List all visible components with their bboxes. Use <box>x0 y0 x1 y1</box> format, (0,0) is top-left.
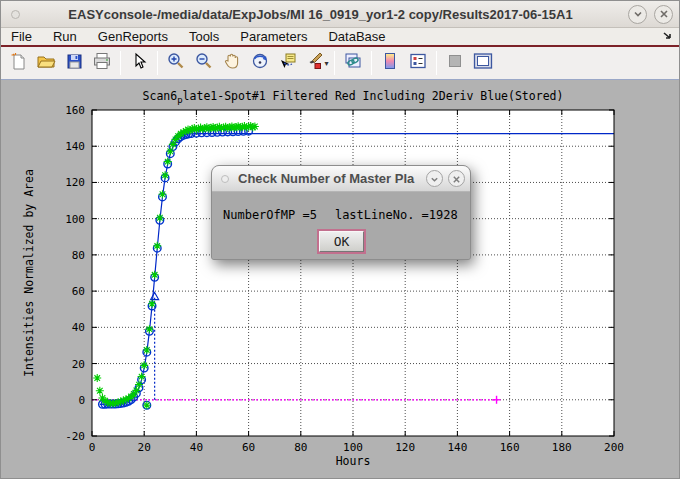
link-plots-icon <box>343 51 363 75</box>
brush-icon <box>304 51 324 75</box>
svg-text:160: 160 <box>65 104 85 117</box>
dialog-titlebar[interactable]: Check Number of Master Pla <box>212 166 470 192</box>
svg-text:120: 120 <box>65 176 85 189</box>
new-file-button[interactable] <box>5 50 31 76</box>
dialog-body: NumberOfMP =5lastLineNo. =1928 OK <box>212 192 470 260</box>
pointer-icon <box>130 52 148 74</box>
close-icon <box>452 170 461 188</box>
window-menu-icon[interactable] <box>11 10 20 19</box>
plot-canvas-button[interactable] <box>470 50 496 76</box>
new-file-icon <box>9 52 28 75</box>
link-plots-button[interactable] <box>340 50 366 76</box>
svg-text:40: 40 <box>190 441 203 454</box>
svg-text:60: 60 <box>72 285 85 298</box>
menu-database[interactable]: DataBase <box>328 29 385 44</box>
save-icon <box>65 52 84 75</box>
dialog-close-button[interactable] <box>448 170 465 187</box>
menu-genreports[interactable]: GenReports <box>98 29 168 44</box>
colormap-icon <box>381 51 399 75</box>
plot-canvas-icon <box>472 51 494 75</box>
chevron-down-icon <box>430 170 439 188</box>
figure-area: 020406080100120140160180200-200204060801… <box>1 80 679 478</box>
window-titlebar[interactable]: EASYconsole-/media/data/ExpJobs/MI 16_09… <box>1 1 679 28</box>
svg-text:160: 160 <box>500 441 520 454</box>
zoom-out-tool-button[interactable] <box>191 50 217 76</box>
svg-text:100: 100 <box>343 441 363 454</box>
insert-legend-button[interactable] <box>405 50 431 76</box>
toolbar-separator <box>120 51 121 75</box>
svg-text:60: 60 <box>242 441 255 454</box>
chart-title: Scan6plate1-Spot#1 Filtered Red Includin… <box>92 89 614 105</box>
dialog-minimize-button[interactable] <box>426 170 443 187</box>
insert-legend-icon <box>408 51 428 75</box>
colormap-button[interactable] <box>377 50 403 76</box>
menu-parameters[interactable]: Parameters <box>240 29 307 44</box>
svg-text:-20: -20 <box>65 430 85 443</box>
chart-canvas[interactable]: 020406080100120140160180200-200204060801… <box>1 80 679 478</box>
datatip-tool-button[interactable] <box>275 50 301 76</box>
app-window: EASYconsole-/media/data/ExpJobs/MI 16_09… <box>0 0 680 479</box>
print-button[interactable] <box>89 50 115 76</box>
window-close-button[interactable] <box>654 5 673 24</box>
brush-dropdown-caret[interactable]: ▾ <box>325 59 329 68</box>
window-title: EASYconsole-/media/data/ExpJobs/MI 16_09… <box>20 7 621 22</box>
menu-run[interactable]: Run <box>53 29 77 44</box>
svg-text:0: 0 <box>78 394 85 407</box>
rotate-3d-icon <box>250 51 270 75</box>
brush-tool-button[interactable]: ▾ <box>303 50 329 76</box>
toolbar-separator <box>334 51 335 75</box>
pan-tool-button[interactable] <box>219 50 245 76</box>
svg-text:80: 80 <box>72 249 85 262</box>
dialog-title: Check Number of Master Pla <box>238 171 421 186</box>
datatip-icon <box>278 51 298 75</box>
svg-text:140: 140 <box>65 140 85 153</box>
menu-file[interactable]: File <box>11 29 32 44</box>
toolbar: ▾ <box>1 47 679 80</box>
open-file-button[interactable] <box>33 50 59 76</box>
svg-text:0: 0 <box>89 441 96 454</box>
svg-text:20: 20 <box>138 441 151 454</box>
y-axis-label: Intensities Normalized by Area <box>22 123 36 423</box>
disabled-square-icon <box>446 52 464 74</box>
menu-overflow-arrow-icon[interactable] <box>663 29 673 44</box>
svg-text:200: 200 <box>604 441 624 454</box>
print-icon <box>92 51 112 75</box>
svg-text:120: 120 <box>395 441 415 454</box>
pointer-tool-button[interactable] <box>126 50 152 76</box>
ok-button[interactable]: OK <box>319 231 364 252</box>
svg-text:80: 80 <box>294 441 307 454</box>
svg-text:40: 40 <box>72 321 85 334</box>
window-minimize-button[interactable] <box>628 5 647 24</box>
svg-text:20: 20 <box>72 358 85 371</box>
toolbar-separator <box>436 51 437 75</box>
open-file-icon <box>36 51 56 75</box>
menubar: File Run GenReports Tools Parameters Dat… <box>1 28 679 45</box>
svg-text:140: 140 <box>447 441 467 454</box>
zoom-in-tool-button[interactable] <box>163 50 189 76</box>
x-axis-label: Hours <box>92 454 614 468</box>
close-icon <box>659 9 669 19</box>
dialog-message: NumberOfMP =5lastLineNo. =1928 <box>223 208 458 222</box>
chevron-down-icon <box>633 9 643 19</box>
toolbar-separator <box>371 51 372 75</box>
pan-hand-icon <box>222 51 242 75</box>
rotate-3d-tool-button[interactable] <box>247 50 273 76</box>
zoom-out-icon <box>194 51 214 75</box>
dialog-menu-icon[interactable] <box>221 175 229 183</box>
menu-tools[interactable]: Tools <box>189 29 219 44</box>
svg-text:100: 100 <box>65 213 85 226</box>
svg-text:180: 180 <box>552 441 572 454</box>
check-master-plates-dialog: Check Number of Master Pla NumberOfMP =5… <box>211 165 471 260</box>
zoom-in-icon <box>166 51 186 75</box>
toolbar-separator <box>157 51 158 75</box>
disabled-tool-button <box>442 50 468 76</box>
save-button[interactable] <box>61 50 87 76</box>
